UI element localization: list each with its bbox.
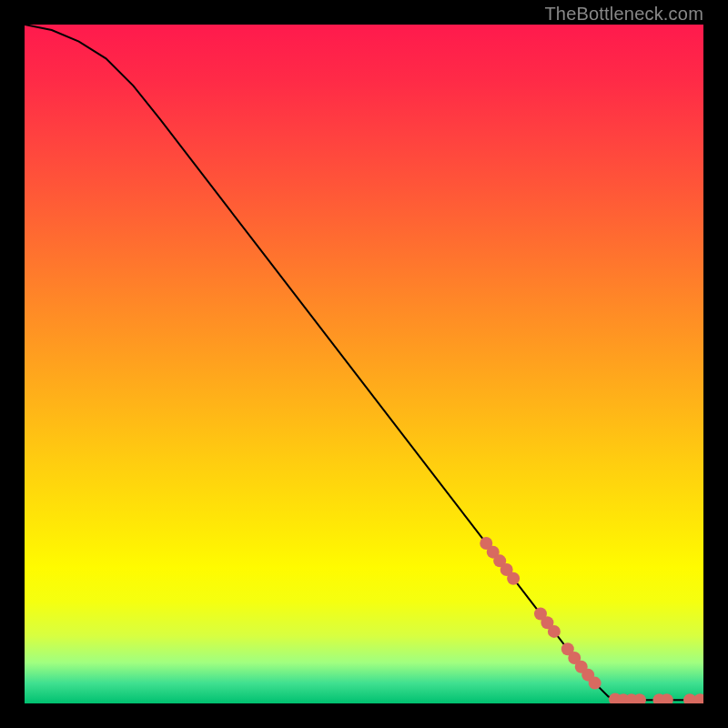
data-dots (480, 537, 703, 703)
chart-overlay (25, 25, 703, 703)
plot-area (25, 25, 703, 703)
chart-frame: TheBottleneck.com (0, 0, 728, 728)
data-dot (589, 677, 602, 690)
data-dot (507, 572, 520, 585)
watermark-label: TheBottleneck.com (544, 4, 703, 25)
data-dot (548, 625, 561, 638)
data-dot (693, 693, 703, 703)
bottleneck-curve (25, 25, 703, 700)
